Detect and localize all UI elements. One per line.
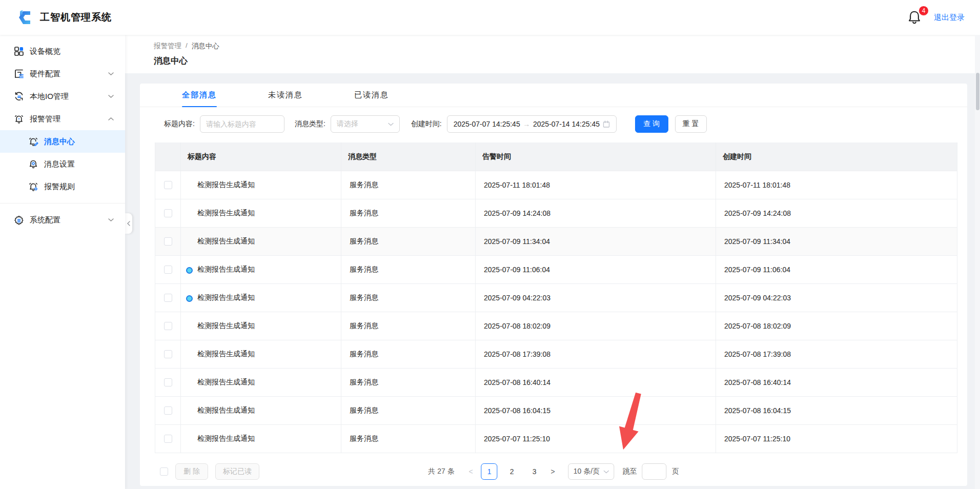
- message-type: 服务消息: [341, 227, 476, 255]
- total-count: 共 27 条: [428, 467, 454, 476]
- alarm-time: 2025-07-08 16:04:15: [476, 396, 716, 424]
- column-header-type: 消息类型: [341, 142, 476, 171]
- alarm-time: 2025-07-09 14:24:08: [476, 199, 716, 227]
- sidebar-item-label: 硬件配置: [30, 69, 60, 79]
- row-checkbox[interactable]: [164, 435, 172, 443]
- table-body: 检测报告生成通知服务消息2025-07-11 18:01:482025-07-1…: [155, 171, 957, 453]
- select-all-checkbox[interactable]: [160, 467, 168, 476]
- sidebar-item-label: 消息中心: [44, 137, 75, 147]
- create-time: 2025-07-08 16:40:14: [716, 368, 957, 396]
- page-button-3[interactable]: 3: [526, 463, 543, 480]
- alarm-time: 2025-07-09 11:34:04: [476, 227, 716, 255]
- message-type: 服务消息: [341, 255, 476, 283]
- mark-read-button[interactable]: 标记已读: [215, 463, 259, 480]
- chevron-down-icon: [108, 95, 114, 98]
- sidebar: 设备概览 硬件配置 本地IO管理: [0, 35, 125, 489]
- jump-label: 跳至: [623, 467, 637, 476]
- message-title: 检测报告生成通知: [197, 350, 255, 358]
- page-head: 报警管理 / 消息中心 消息中心: [125, 35, 980, 73]
- page-button-1[interactable]: 1: [481, 463, 498, 480]
- app-title: 工智机管理系统: [40, 11, 112, 24]
- table-header-row: 标题内容 消息类型 告警时间 创建时间: [155, 142, 957, 171]
- create-time: 2025-07-09 11:34:04: [716, 227, 957, 255]
- message-title: 检测报告生成通知: [197, 378, 255, 386]
- chevron-left-icon: [127, 221, 130, 226]
- row-checkbox[interactable]: [164, 350, 172, 358]
- alarm-time: 2025-07-09 11:06:04: [476, 255, 716, 283]
- sidebar-collapse-handle[interactable]: [125, 213, 132, 234]
- column-header-create-time: 创建时间: [716, 142, 957, 171]
- scrollbar-thumb[interactable]: [976, 73, 979, 110]
- row-checkbox[interactable]: [164, 209, 172, 217]
- row-checkbox[interactable]: [164, 322, 172, 330]
- message-type: 服务消息: [341, 340, 476, 368]
- table-row: 检测报告生成通知服务消息2025-07-09 11:06:042025-07-0…: [155, 255, 957, 283]
- sidebar-item-local-io[interactable]: 本地IO管理: [0, 85, 125, 108]
- title-filter-input[interactable]: [200, 115, 284, 133]
- grid-icon: [14, 46, 24, 56]
- table-row: 检测报告生成通知服务消息2025-07-09 04:22:032025-07-0…: [155, 283, 957, 312]
- alarm-time: 2025-07-11 18:01:48: [476, 171, 716, 199]
- row-checkbox[interactable]: [164, 266, 172, 274]
- app-logo: 工智机管理系统: [15, 8, 112, 27]
- notification-bell-button[interactable]: 4: [907, 10, 923, 25]
- alarm-time: 2025-07-09 04:22:03: [476, 283, 716, 312]
- tab-read-messages[interactable]: 已读消息: [354, 84, 389, 107]
- message-settings-icon: [28, 159, 38, 169]
- search-button[interactable]: 查 询: [635, 115, 668, 133]
- row-checkbox[interactable]: [164, 406, 172, 415]
- row-checkbox[interactable]: [164, 181, 172, 189]
- sidebar-item-message-center[interactable]: 消息中心: [0, 130, 125, 153]
- create-time: 2025-07-07 11:25:10: [716, 424, 957, 453]
- sidebar-item-system-config[interactable]: 系统配置: [0, 209, 125, 231]
- chevron-down-icon: [108, 218, 114, 222]
- breadcrumb-alarm-management[interactable]: 报警管理: [154, 42, 181, 51]
- table-row: 检测报告生成通知服务消息2025-07-09 14:24:082025-07-0…: [155, 199, 957, 227]
- page-size-select[interactable]: 10 条/页: [568, 463, 615, 480]
- message-table: 标题内容 消息类型 告警时间 创建时间 检测报告生成通知服务消息2025-07-…: [155, 142, 957, 453]
- next-page-button[interactable]: >: [546, 463, 560, 480]
- sidebar-item-device-overview[interactable]: 设备概览: [0, 40, 125, 63]
- create-time: 2025-07-11 18:01:48: [716, 171, 957, 199]
- sidebar-item-message-settings[interactable]: 消息设置: [0, 153, 125, 175]
- pagination: 共 27 条 < 1 2 3 > 10 条/页 跳至: [428, 463, 679, 480]
- alarm-time: 2025-07-08 16:40:14: [476, 368, 716, 396]
- page-size-value: 10 条/页: [574, 467, 600, 476]
- page-title: 消息中心: [154, 55, 980, 67]
- unread-dot-icon: [186, 295, 193, 302]
- row-checkbox[interactable]: [164, 237, 172, 246]
- page-button-2[interactable]: 2: [504, 463, 520, 480]
- message-title: 检测报告生成通知: [197, 406, 255, 414]
- table-row: 检测报告生成通知服务消息2025-07-07 11:25:102025-07-0…: [155, 424, 957, 453]
- message-type: 服务消息: [341, 368, 476, 396]
- row-checkbox[interactable]: [164, 294, 172, 302]
- column-header-title: 标题内容: [181, 142, 341, 171]
- table-row: 检测报告生成通知服务消息2025-07-08 18:02:092025-07-0…: [155, 312, 957, 340]
- sidebar-item-alarm-rules[interactable]: 报警规则: [0, 175, 125, 198]
- delete-button[interactable]: 删 除: [175, 463, 208, 480]
- prev-page-button[interactable]: <: [464, 463, 478, 480]
- sidebar-item-hardware-config[interactable]: 硬件配置: [0, 63, 125, 85]
- message-title: 检测报告生成通知: [197, 180, 255, 189]
- sidebar-divider: [0, 203, 125, 203]
- row-checkbox[interactable]: [164, 378, 172, 386]
- type-filter-select[interactable]: 请选择: [331, 115, 400, 133]
- unread-dot-icon: [186, 267, 193, 274]
- message-title: 检测报告生成通知: [197, 209, 255, 217]
- sidebar-item-label: 报警规则: [44, 182, 75, 192]
- breadcrumb: 报警管理 / 消息中心: [154, 42, 980, 51]
- reset-button[interactable]: 重 置: [675, 115, 707, 133]
- chevron-down-icon: [108, 72, 114, 76]
- tab-unread-messages[interactable]: 未读消息: [268, 84, 303, 107]
- message-title: 检测报告生成通知: [197, 321, 255, 330]
- message-card: 全部消息 未读消息 已读消息 标题内容: 消息类型: 请选择: [140, 84, 967, 486]
- date-range-picker[interactable]: 2025-07-07 14:25:45 → 2025-07-14 14:25:4…: [447, 115, 617, 133]
- app-header: 工智机管理系统 4 退出登录: [0, 0, 980, 35]
- sidebar-item-label: 报警管理: [30, 114, 60, 124]
- tab-all-messages[interactable]: 全部消息: [182, 84, 217, 107]
- sidebar-item-alarm-management[interactable]: 报警管理: [0, 108, 125, 130]
- message-type: 服务消息: [341, 312, 476, 340]
- logout-button[interactable]: 退出登录: [934, 13, 965, 23]
- jump-unit-label: 页: [672, 467, 679, 476]
- jump-page-input[interactable]: [642, 463, 667, 480]
